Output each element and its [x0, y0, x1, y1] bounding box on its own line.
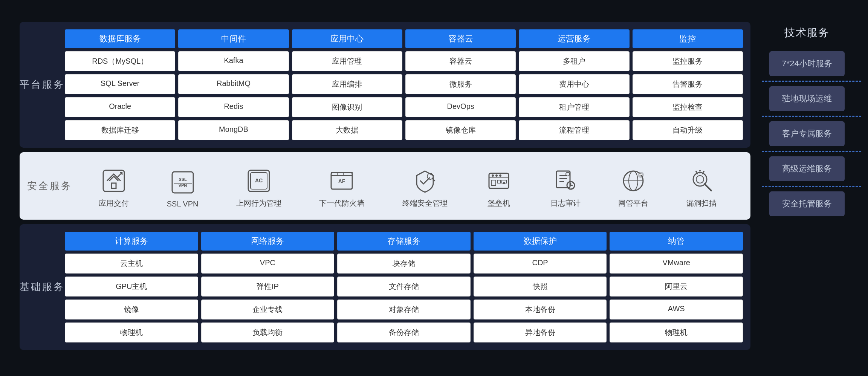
svg-text:SSL: SSL	[179, 177, 187, 182]
base-cell-0-3: CDP	[474, 254, 607, 274]
platform-label: 平台服务	[20, 78, 65, 91]
security-item-ssl-vpn: SSL VPN SSL VPN	[167, 169, 199, 208]
base-cell-2-3: 本地备份	[474, 300, 607, 319]
web-behavior-icon: AC	[245, 167, 272, 194]
platform-header-3: 容器云	[405, 29, 516, 48]
platform-cell-2-1: Redis	[178, 97, 289, 117]
platform-cell-2-0: Oracle	[65, 97, 175, 117]
service-item-btn-3[interactable]: 高级运维服务	[769, 156, 845, 181]
svg-rect-17	[491, 180, 496, 185]
svg-point-22	[499, 174, 501, 177]
log-audit-icon	[552, 167, 579, 194]
platform-cell-0-3: 容器云	[405, 51, 516, 71]
base-cell-0-0: 云主机	[65, 254, 198, 274]
platform-row-3: 数据库迁移 MongDB 大数据 镜像仓库 流程管理 自动升级	[65, 120, 743, 140]
service-item-btn-4[interactable]: 安全托管服务	[769, 191, 845, 216]
base-row-2: 镜像 企业专线 对象存储 本地备份 AWS	[65, 300, 743, 319]
platform-cell-3-4: 流程管理	[519, 120, 629, 140]
service-item-btn-0[interactable]: 7*24小时服务	[769, 51, 845, 76]
security-item-name-1: SSL VPN	[167, 200, 199, 208]
platform-cell-2-2: 图像识别	[292, 97, 402, 117]
security-item-endpoint: 终端安全管理	[402, 167, 448, 208]
security-icons-container: 应用交付 SSL VPN SSL VPN	[72, 160, 743, 212]
platform-header-2: 应用中心	[292, 29, 402, 48]
platform-cell-0-5: 监控服务	[633, 51, 743, 71]
service-item-block-4: 安全托管服务	[766, 191, 848, 216]
base-section: 基础服务 计算服务 网络服务 存储服务 数据保护 纳管 云主机 VPC 块存储 …	[20, 224, 750, 350]
svg-rect-23	[556, 171, 570, 188]
base-body: 计算服务 网络服务 存储服务 数据保护 纳管 云主机 VPC 块存储 CDP V…	[65, 232, 743, 342]
base-row-0: 云主机 VPC 块存储 CDP VMware	[65, 254, 743, 274]
security-item-name-0: 应用交付	[99, 198, 129, 208]
endpoint-security-icon	[411, 167, 439, 194]
base-cell-3-4: 物理机	[610, 323, 743, 342]
base-header-1: 网络服务	[201, 232, 335, 251]
svg-rect-2	[172, 172, 193, 193]
security-item-log-audit: 日志审计	[550, 167, 581, 208]
platform-header-1: 中间件	[178, 29, 289, 48]
service-item-block-2: 客户专属服务	[766, 121, 848, 146]
base-row-1: GPU主机 弹性IP 文件存储 快照 阿里云	[65, 277, 743, 297]
platform-cell-1-0: SQL Server	[65, 74, 175, 94]
service-item-btn-1[interactable]: 驻地现场运维	[769, 86, 845, 111]
platform-cell-3-5: 自动升级	[633, 120, 743, 140]
security-item-vuln-scan: 漏洞扫描	[686, 167, 717, 208]
platform-cell-2-5: 监控检查	[633, 97, 743, 117]
platform-cell-0-1: Kafka	[178, 51, 289, 71]
base-header-3: 数据保护	[474, 232, 607, 251]
right-panel: 技术服务 7*24小时服务 驻地现场运维 客户专属服务 高级运维服务 安全托管服…	[766, 22, 848, 216]
svg-rect-18	[497, 180, 500, 183]
app-delivery-icon	[100, 167, 127, 194]
platform-cell-1-4: 费用中心	[519, 74, 629, 94]
platform-cell-1-1: RabbitMQ	[178, 74, 289, 94]
security-item-firewall: AF 下一代防火墙	[319, 167, 364, 208]
platform-cell-0-0: RDS（MySQL）	[65, 51, 175, 71]
platform-section: 平台服务 数据库服务 中间件 应用中心 容器云 运营服务 监控 RDS（MySQ…	[20, 22, 750, 148]
svg-line-40	[704, 184, 711, 191]
left-content: 平台服务 数据库服务 中间件 应用中心 容器云 运营服务 监控 RDS（MySQ…	[20, 22, 750, 355]
base-cell-0-1: VPC	[201, 254, 335, 274]
base-label: 基础服务	[20, 280, 65, 293]
platform-data-rows: RDS（MySQL） Kafka 应用管理 容器云 多租户 监控服务 SQL S…	[65, 51, 743, 140]
base-row-3: 物理机 负载均衡 备份存储 异地备份 物理机	[65, 323, 743, 342]
base-header-2: 存储服务	[337, 232, 471, 251]
security-icons-row: 应用交付 SSL VPN SSL VPN	[72, 160, 743, 212]
dotted-line-2	[762, 151, 861, 152]
ssl-vpn-icon: SSL VPN	[169, 169, 196, 196]
base-cell-3-2: 备份存储	[337, 323, 471, 342]
platform-cell-2-3: DevOps	[405, 97, 516, 117]
platform-row-0: RDS（MySQL） Kafka 应用管理 容器云 多租户 监控服务	[65, 51, 743, 71]
security-item-network-mgmt: 网管平台	[618, 167, 648, 208]
service-item-block-3: 高级运维服务	[766, 156, 848, 181]
svg-point-41	[696, 176, 704, 183]
main-container: 平台服务 数据库服务 中间件 应用中心 容器云 运营服务 监控 RDS（MySQ…	[20, 14, 848, 362]
base-cell-1-4: 阿里云	[610, 277, 743, 297]
platform-cell-1-2: 应用编排	[292, 74, 402, 94]
base-cell-1-1: 弹性IP	[201, 277, 335, 297]
network-mgmt-icon	[620, 167, 647, 194]
platform-header-5: 监控	[633, 29, 743, 48]
dotted-line-3	[762, 186, 861, 187]
security-item-name-3: 下一代防火墙	[319, 198, 364, 208]
dotted-line-1	[762, 116, 861, 117]
base-header-0: 计算服务	[65, 232, 198, 251]
platform-cell-1-3: 微服务	[405, 74, 516, 94]
svg-rect-1	[112, 183, 116, 188]
base-headers: 计算服务 网络服务 存储服务 数据保护 纳管	[65, 232, 743, 251]
base-data-rows: 云主机 VPC 块存储 CDP VMware GPU主机 弹性IP 文件存储 快…	[65, 254, 743, 342]
security-item-name-2: 上网行为管理	[236, 198, 281, 208]
security-item-name-7: 网管平台	[618, 198, 648, 208]
platform-cell-1-5: 告警服务	[633, 74, 743, 94]
tech-service-title: 技术服务	[766, 26, 848, 40]
base-cell-3-3: 异地备份	[474, 323, 607, 342]
platform-cell-3-1: MongDB	[178, 120, 289, 140]
firewall-icon: AF	[328, 167, 355, 194]
platform-header-0: 数据库服务	[65, 29, 175, 48]
platform-cell-3-2: 大数据	[292, 120, 402, 140]
svg-point-20	[492, 174, 494, 177]
platform-header-4: 运营服务	[519, 29, 629, 48]
service-item-btn-2[interactable]: 客户专属服务	[769, 121, 845, 146]
base-cell-1-2: 文件存储	[337, 277, 471, 297]
security-item-name-6: 日志审计	[550, 198, 581, 208]
security-item-app-delivery: 应用交付	[99, 167, 129, 208]
